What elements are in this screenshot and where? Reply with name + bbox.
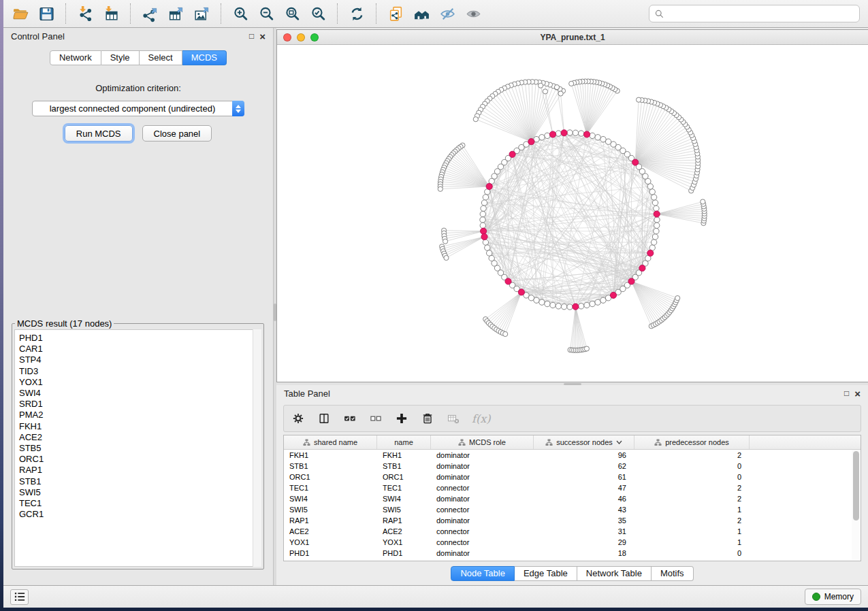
function-builder-icon[interactable]: f(x) [472,412,490,425]
cell-predecessor-nodes: 1 [634,506,750,514]
column-attribute-icon [458,439,466,446]
table-header: shared namenameMCDS rolesuccessor nodesp… [284,435,861,450]
show-columns-button[interactable] [317,411,332,426]
tab-node-table[interactable]: Node Table [451,566,515,581]
tab-style[interactable]: Style [101,50,140,65]
zoom-out-button[interactable] [253,3,279,24]
table-options-button[interactable] [291,411,306,426]
zoom-selected-button[interactable] [305,3,331,24]
close-panel-icon[interactable]: × [854,389,861,399]
table-row[interactable]: SWI4SWI4dominator462 [284,493,861,504]
search-box [649,5,860,22]
cell-name: YOX1 [377,538,431,546]
tab-network-table[interactable]: Network Table [577,566,652,581]
float-panel-icon[interactable]: □ [249,32,254,40]
select-all-button[interactable] [342,411,357,426]
cell-successor-nodes: 29 [534,538,634,546]
column-header-mcds-role[interactable]: MCDS role [431,435,534,449]
table-row[interactable]: RAP1RAP1dominator352 [284,515,861,526]
splitter-handle[interactable] [274,303,276,321]
unchecked-boxes-icon [369,412,383,425]
search-input[interactable] [668,8,854,19]
mcds-result-item[interactable]: YOX1 [19,377,261,388]
dominator-node [573,303,579,310]
table-row[interactable]: YOX1YOX1connector291 [284,537,861,548]
trash-icon [421,412,434,425]
cell-mcds-role: connector [431,484,534,492]
mcds-result-item[interactable]: SWI5 [19,487,261,498]
table-scrollbar[interactable] [852,450,860,560]
refresh-layout-button[interactable] [344,3,370,24]
close-panel-icon[interactable]: × [259,31,266,42]
table-row[interactable]: TEC1TEC1connector472 [284,482,861,493]
horizontal-splitter[interactable] [276,382,868,385]
mcds-result-item[interactable]: RAP1 [19,465,261,476]
mcds-result-item[interactable]: GCR1 [19,509,261,520]
mcds-list-scrollbar[interactable] [253,329,261,567]
add-column-button[interactable] [394,411,409,426]
memory-button[interactable]: Memory [805,589,861,605]
zoom-fit-button[interactable] [279,3,305,24]
mcds-result-item[interactable]: STB1 [19,476,261,487]
table-scrollbar-thumb[interactable] [853,451,859,521]
memory-status-dot [812,593,820,601]
table-row[interactable]: ACE2ACE2connector311 [284,526,861,537]
run-mcds-button[interactable]: Run MCDS [65,125,133,142]
tab-edge-table[interactable]: Edge Table [515,566,577,581]
mcds-result-item[interactable]: PHD1 [19,333,261,344]
mcds-result-item[interactable]: SRD1 [19,399,261,410]
table-row[interactable]: FKH1FKH1dominator962 [284,450,861,461]
network-canvas[interactable] [277,45,868,382]
export-network-button[interactable] [137,3,163,24]
table-body: FKH1FKH1dominator962STB1STB1dominator620… [284,450,861,559]
mcds-result-item[interactable]: CAR1 [19,344,261,354]
tab-select[interactable]: Select [140,50,182,65]
mcds-result-item[interactable]: TEC1 [19,498,261,509]
column-header-name[interactable]: name [377,435,431,449]
window-zoom-button[interactable] [310,33,319,42]
save-session-button[interactable] [33,3,59,24]
delete-table-button[interactable] [446,411,461,426]
show-all-button[interactable] [460,3,486,24]
mcds-result-item[interactable]: ACE2 [19,432,261,443]
task-history-button[interactable] [10,589,29,605]
tab-motifs[interactable]: Motifs [652,566,694,581]
delete-column-button[interactable] [420,411,435,426]
mcds-result-item[interactable]: ORC1 [19,454,261,465]
splitter-handle[interactable] [564,383,581,385]
deselect-all-button[interactable] [368,411,383,426]
duplicate-network-button[interactable] [383,3,408,24]
column-header-shared-name[interactable]: shared name [284,435,377,449]
mcds-result-item[interactable]: SWI4 [19,388,261,399]
close-panel-button[interactable]: Close panel [142,125,212,142]
cell-predecessor-nodes: 1 [634,527,750,535]
cell-shared-name: ACE2 [284,527,377,535]
mcds-result-item[interactable]: TID3 [19,366,261,377]
control-panel-title: Control Panel [11,31,65,42]
export-table-button[interactable] [163,3,189,24]
first-neighbors-button[interactable] [408,3,434,24]
mcds-result-item[interactable]: STB5 [19,443,261,454]
tab-mcds[interactable]: MCDS [182,50,227,65]
table-row[interactable]: STB1STB1dominator620 [284,461,861,472]
export-image-button[interactable] [189,3,214,24]
column-header-successor-nodes[interactable]: successor nodes [534,435,634,449]
float-panel-icon[interactable]: □ [844,389,849,397]
table-row[interactable]: ORC1ORC1dominator610 [284,472,861,482]
hide-selected-button[interactable] [434,3,460,24]
column-header-predecessor-nodes[interactable]: predecessor nodes [634,435,750,449]
table-row[interactable]: SWI5SWI5connector431 [284,504,861,515]
mcds-result-item[interactable]: STP4 [19,354,261,365]
window-close-button[interactable] [283,33,291,42]
import-table-button[interactable] [98,3,124,24]
tab-network[interactable]: Network [50,50,101,65]
window-minimize-button[interactable] [297,33,305,42]
table-row[interactable]: PHD1PHD1dominator180 [284,548,861,559]
import-network-button[interactable] [72,3,98,24]
vertical-splitter[interactable] [273,28,276,585]
optimization-criterion-select[interactable]: largest connected component (undirected) [32,101,244,116]
open-file-button[interactable] [7,3,33,24]
mcds-result-item[interactable]: FKH1 [19,421,261,432]
zoom-in-button[interactable] [227,3,253,24]
mcds-result-item[interactable]: PMA2 [19,410,261,420]
